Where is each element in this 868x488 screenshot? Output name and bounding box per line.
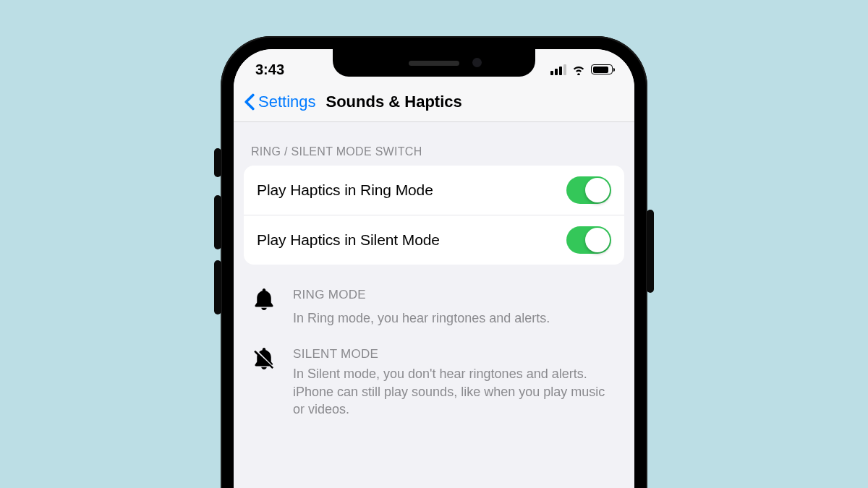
back-label: Settings	[258, 93, 316, 111]
front-camera	[472, 58, 482, 67]
settings-group: Play Haptics in Ring Mode Play Haptics i…	[244, 166, 624, 265]
ring-silent-switch	[214, 148, 221, 177]
nav-header: Settings Sounds & Haptics	[234, 85, 634, 122]
toggle-knob	[585, 178, 610, 202]
volume-down-button	[214, 260, 221, 314]
toggle-haptics-silent[interactable]	[566, 226, 611, 254]
ring-mode-block: RING MODE In Ring mode, you hear rington…	[234, 265, 634, 327]
notch	[333, 49, 535, 77]
back-button[interactable]: Settings	[244, 93, 316, 111]
content: RING / SILENT MODE SWITCH Play Haptics i…	[234, 122, 634, 418]
status-time: 3:43	[255, 61, 284, 78]
section-header: RING / SILENT MODE SWITCH	[234, 122, 634, 166]
cellular-signal-icon	[550, 64, 566, 75]
row-play-haptics-silent: Play Haptics in Silent Mode	[244, 215, 624, 265]
ring-mode-title: RING MODE	[293, 288, 617, 302]
silent-mode-title: SILENT MODE	[293, 347, 617, 361]
row-label: Play Haptics in Ring Mode	[257, 181, 433, 199]
bell-icon	[251, 286, 280, 327]
chevron-back-icon	[244, 93, 255, 111]
toggle-knob	[585, 228, 610, 252]
toggle-haptics-ring[interactable]	[566, 176, 611, 204]
silent-mode-block: SILENT MODE In Silent mode, you don't he…	[234, 327, 634, 418]
bell-slash-icon	[251, 346, 280, 418]
status-icons	[550, 64, 613, 75]
wifi-icon	[571, 64, 586, 75]
row-play-haptics-ring: Play Haptics in Ring Mode	[244, 166, 624, 215]
power-button	[647, 210, 654, 293]
page-title: Sounds & Haptics	[326, 93, 462, 111]
speaker-grille	[409, 61, 459, 66]
volume-up-button	[214, 195, 221, 249]
phone-frame: 3:43 Settings Sounds & Haptics RIN	[221, 36, 647, 488]
silent-mode-desc: In Silent mode, you don't hear ringtones…	[293, 365, 617, 418]
screen: 3:43 Settings Sounds & Haptics RIN	[234, 49, 634, 488]
battery-icon	[591, 64, 613, 74]
ring-mode-desc: In Ring mode, you hear ringtones and ale…	[293, 309, 617, 327]
row-label: Play Haptics in Silent Mode	[257, 231, 440, 249]
